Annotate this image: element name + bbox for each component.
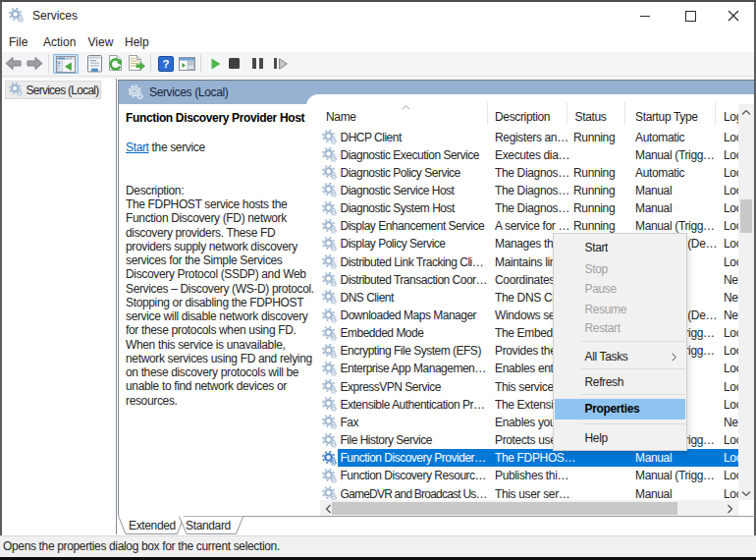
svg-text:?: ?: [162, 58, 169, 70]
